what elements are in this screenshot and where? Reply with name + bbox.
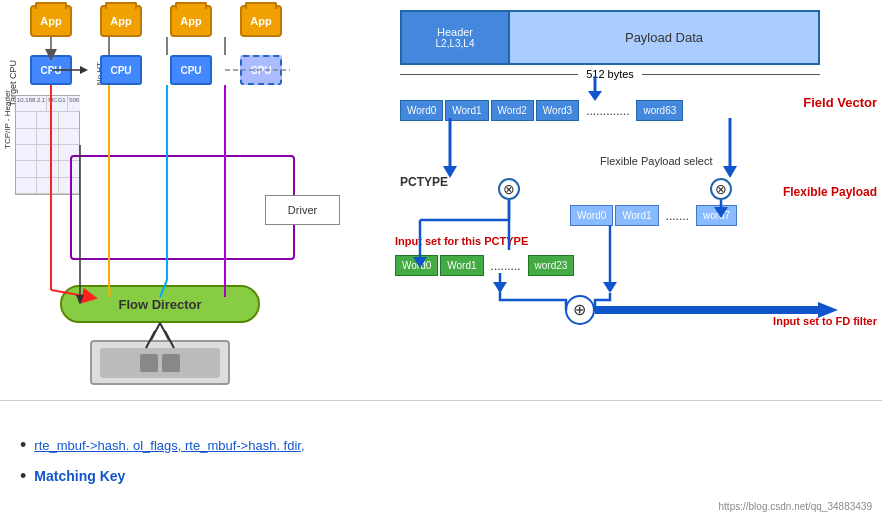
word-box-2-w7: word7 — [696, 205, 737, 226]
svg-point-36 — [566, 296, 594, 324]
app-box-4: App — [240, 5, 282, 37]
watermark: https://blog.csdn.net/qq_34883439 — [719, 501, 872, 512]
svg-marker-35 — [493, 282, 507, 293]
fd-filter-label: Input set to FD filter — [773, 315, 877, 327]
bottom-item-1: • rte_mbuf->hash. ol_flags, rte_mbuf->ha… — [20, 435, 862, 456]
cpu-box-2: CPU — [100, 55, 142, 85]
nic-card — [90, 340, 230, 385]
field-vector-label: Field Vector — [803, 95, 877, 110]
app-box-2: App — [100, 5, 142, 37]
dots-2: ....... — [661, 209, 694, 223]
driver-rect — [70, 155, 295, 260]
word-box-3-w0: Word0 — [395, 255, 438, 276]
input-set-label: Input set for this PCTYPE — [395, 235, 528, 247]
svg-text:⊕: ⊕ — [573, 301, 586, 318]
bottom-bold: Matching Key — [34, 468, 125, 484]
app-row: App App App App — [30, 5, 282, 37]
nic-inner — [100, 348, 220, 378]
header-box: Header L2,L3,L4 — [400, 10, 510, 65]
dots-1: ............. — [581, 104, 634, 118]
arrow-down-pctype — [435, 118, 465, 178]
arrow-down-1 — [580, 76, 610, 101]
flex-payload-select-label: Flexible Payload select — [600, 155, 713, 167]
svg-line-14 — [151, 323, 160, 340]
word-box-2-w1: Word1 — [615, 205, 658, 226]
word-box-3-w23: word23 — [528, 255, 575, 276]
xor-circle-flex: ⊗ — [710, 178, 732, 200]
app-box-1: App — [30, 5, 72, 37]
bullet-2: • — [20, 466, 26, 487]
nic-chip-2 — [162, 354, 180, 372]
main-container: TCP/IP - Header Target CPU No HT App App… — [0, 0, 882, 520]
nic-chip-1 — [140, 354, 158, 372]
cpu-row: CPU CPU CPU CPU — [30, 55, 282, 85]
diagram-row: TCP/IP - Header Target CPU No HT App App… — [0, 0, 882, 400]
word-row-3: Word0 Word1 ......... word23 — [395, 255, 574, 276]
app-box-3: App — [170, 5, 212, 37]
svg-marker-33 — [603, 282, 617, 293]
bytes-row: 512 bytes — [400, 68, 820, 80]
pctype-label: PCTYPE — [400, 175, 448, 189]
word-box-w3: Word3 — [536, 100, 579, 121]
dots-3: ......... — [486, 259, 526, 273]
header-payload-row: Header L2,L3,L4 Payload Data — [400, 10, 820, 65]
bottom-item-2: • Matching Key — [20, 466, 862, 487]
word-row-2: Word0 Word1 ....... word7 — [570, 205, 737, 226]
xor-circle-pctype: ⊗ — [498, 178, 520, 200]
bottom-link[interactable]: rte_mbuf->hash. ol_flags, rte_mbuf->hash… — [34, 438, 304, 453]
arrow-down-flex — [715, 118, 745, 178]
word-box-2-w0: Word0 — [570, 205, 613, 226]
word-row-1: Word0 Word1 Word2 Word3 ............. wo… — [400, 100, 860, 121]
left-panel: TCP/IP - Header Target CPU No HT App App… — [0, 0, 380, 400]
svg-line-15 — [160, 323, 169, 340]
right-panel: Header L2,L3,L4 Payload Data 512 bytes W… — [380, 0, 882, 400]
driver-box: Driver — [265, 195, 340, 225]
word-box-w63: word63 — [636, 100, 683, 121]
bullet-1: • — [20, 435, 26, 456]
svg-marker-28 — [723, 166, 737, 178]
payload-box: Payload Data — [510, 10, 820, 65]
word-box-w2: Word2 — [491, 100, 534, 121]
cpu-box-3: CPU — [170, 55, 212, 85]
flow-director-box: Flow Director — [60, 285, 260, 323]
flex-payload-label: Flexible Payload — [783, 185, 877, 199]
cpu-box-1: CPU — [30, 55, 72, 85]
word-box-3-w1: Word1 — [440, 255, 483, 276]
cpu-box-4: CPU — [240, 55, 282, 85]
